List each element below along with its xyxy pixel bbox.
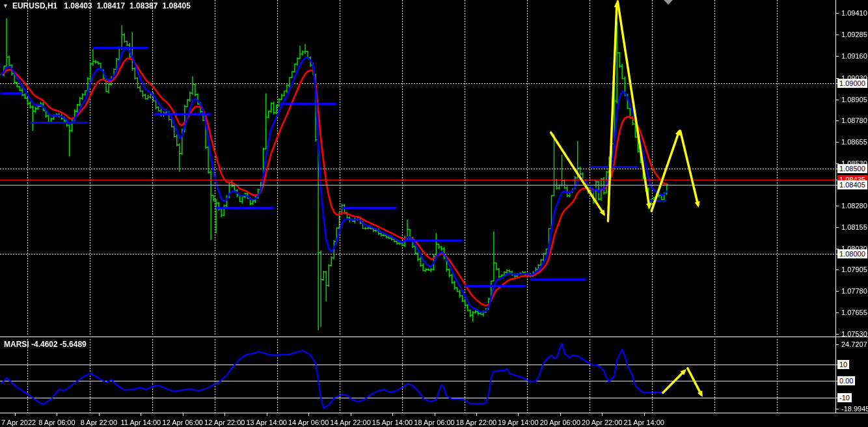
time-tick-label: 18 Apr 22:00 <box>456 419 496 426</box>
ohlc-low: 1.08387 <box>129 1 157 10</box>
indicator-level-box: -10 <box>837 393 852 402</box>
time-tick-label: 15 Apr 14:00 <box>372 419 413 426</box>
indicator-level-box: 0.00 <box>837 376 855 385</box>
price-tick-label: 1.08155 <box>841 223 867 231</box>
indicator-values: -4.4602 -5.6489 <box>31 340 87 349</box>
price-tick-label: 1.07905 <box>841 266 867 273</box>
chart-window: ▼EURUSD,H11.084031.084171.083871.08405 M… <box>0 0 868 427</box>
indicator-label: MARSI -4.4602 -5.6489 <box>4 340 87 349</box>
time-tick-label: 20 Apr 06:00 <box>540 419 580 426</box>
symbol-timeframe-label: EURUSD,H1 <box>12 1 57 10</box>
indicator-panel[interactable] <box>0 339 835 413</box>
price-tick-label: 1.07655 <box>841 309 867 316</box>
time-tick-label: 20 Apr 22:00 <box>582 419 622 426</box>
indicator-name: MARSI <box>4 340 29 349</box>
time-tick-label: 21 Apr 14:00 <box>624 419 664 426</box>
price-tick-label: 1.09160 <box>841 52 867 60</box>
price-tick-label: 1.08280 <box>841 202 867 210</box>
ohlc-close: 1.08405 <box>162 1 190 10</box>
time-tick-label: 12 Apr 22:00 <box>204 419 245 426</box>
ohlc-open: 1.08403 <box>64 1 92 10</box>
indicator-level-box: 10 <box>837 360 849 369</box>
time-tick-label: 12 Apr 06:00 <box>163 419 203 426</box>
main-chart-area[interactable] <box>0 0 835 335</box>
time-tick-label: 14 Apr 06:00 <box>288 419 329 426</box>
price-tick-label: 1.07530 <box>841 330 867 338</box>
price-tick-label: 1.08780 <box>841 117 867 124</box>
time-tick-label: 8 Apr 06:00 <box>38 419 75 426</box>
time-tick-label: 14 Apr 22:00 <box>330 419 370 426</box>
time-tick-label: 7 Apr 2022 <box>1 419 36 426</box>
level-1-08000-price-box: 1.08000 <box>837 249 867 258</box>
level-1-08500-price-box: 1.08500 <box>837 164 867 173</box>
ohlc-high: 1.08417 <box>97 1 125 10</box>
symbol-dropdown-icon[interactable]: ▼ <box>3 3 8 9</box>
price-tick-label: 1.08655 <box>841 138 867 146</box>
indicator-max-label: 24.7207 <box>841 340 867 348</box>
time-tick-label: 11 Apr 14:00 <box>121 419 161 426</box>
price-tick-label: 1.07780 <box>841 287 867 295</box>
time-tick-label: 8 Apr 22:00 <box>81 419 117 426</box>
price-tick-label: 1.09285 <box>841 31 867 38</box>
level-1-09000-price-box: 1.09000 <box>837 79 867 88</box>
time-tick-label: 13 Apr 14:00 <box>246 419 286 426</box>
bid-line-price-box: 1.08405 <box>837 180 867 189</box>
indicator-min-label: -18.9945 <box>841 405 868 413</box>
chart-shift-marker-icon[interactable] <box>664 0 673 5</box>
chart-title: ▼EURUSD,H11.084031.084171.083871.08405 <box>3 1 195 10</box>
price-tick-label: 1.09410 <box>841 9 867 17</box>
time-tick-label: 18 Apr 06:00 <box>414 419 454 426</box>
time-tick-label: 19 Apr 14:00 <box>498 419 538 426</box>
price-tick-label: 1.08905 <box>841 96 867 103</box>
